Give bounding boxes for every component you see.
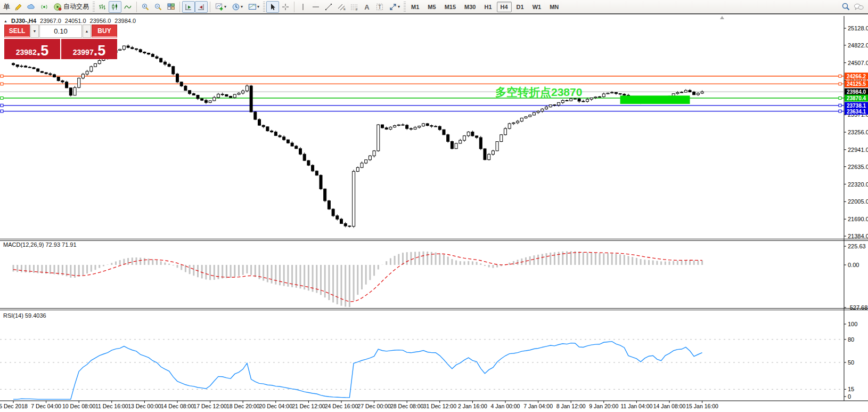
panel-toggle-icon[interactable]: ▲ bbox=[4, 19, 7, 23]
fibonacci-button[interactable]: F bbox=[348, 1, 361, 13]
bar-chart-button[interactable] bbox=[96, 1, 109, 13]
timeframe-d1-button[interactable]: D1 bbox=[513, 2, 528, 12]
periods-button[interactable]: ▾ bbox=[229, 1, 245, 13]
chart-shift-button[interactable] bbox=[195, 1, 208, 13]
chart-shift-marker[interactable] bbox=[720, 16, 724, 19]
pane-separator[interactable] bbox=[0, 239, 868, 239]
candle-body bbox=[344, 223, 347, 225]
trendline-button[interactable] bbox=[322, 1, 335, 13]
line-handle[interactable] bbox=[839, 97, 841, 100]
candle-body bbox=[213, 98, 216, 101]
auto-trading-button[interactable]: 自动交易 bbox=[51, 1, 92, 13]
candle-body bbox=[160, 58, 162, 62]
crayon-draw-button[interactable] bbox=[12, 1, 25, 13]
line-chart-button[interactable] bbox=[121, 1, 134, 13]
line-handle[interactable] bbox=[1, 104, 3, 107]
timeframe-m1-button[interactable]: M1 bbox=[407, 2, 423, 12]
candle-body bbox=[561, 100, 564, 102]
candle-body bbox=[37, 69, 39, 71]
candle-body bbox=[20, 66, 23, 67]
line-handle[interactable] bbox=[839, 83, 841, 85]
candle-body bbox=[533, 112, 535, 115]
arrows-button[interactable]: ▾ bbox=[386, 1, 403, 13]
chat-button[interactable] bbox=[852, 1, 865, 13]
text-button[interactable]: A bbox=[361, 1, 373, 13]
line-handle[interactable] bbox=[1, 75, 3, 77]
buy-price-display[interactable]: 23997.5 bbox=[61, 39, 117, 59]
candle-body bbox=[353, 172, 355, 227]
pane-separator[interactable] bbox=[0, 310, 868, 310]
candle-body bbox=[327, 201, 330, 209]
timeframe-h4-button[interactable]: H4 bbox=[497, 2, 512, 12]
zoom-out-button[interactable] bbox=[152, 1, 165, 13]
add-indicator-icon bbox=[215, 3, 224, 11]
zoom-in-button[interactable] bbox=[139, 1, 152, 13]
support-zone-rectangle[interactable] bbox=[620, 95, 690, 104]
candle-body bbox=[467, 132, 470, 136]
text-label-button[interactable]: T bbox=[373, 1, 386, 13]
toolbar-separator bbox=[136, 2, 137, 12]
line-chart-icon bbox=[124, 3, 132, 11]
timeframe-m15-button[interactable]: M15 bbox=[441, 2, 460, 12]
auto-scroll-button[interactable] bbox=[182, 1, 195, 13]
volume-input[interactable] bbox=[39, 25, 82, 38]
candle-body bbox=[73, 87, 76, 95]
timeframe-w1-button[interactable]: W1 bbox=[529, 2, 545, 12]
search-button[interactable] bbox=[839, 1, 852, 13]
cursor-button[interactable] bbox=[266, 1, 279, 13]
time-axis-label: 27 Dec 00:00 bbox=[357, 403, 391, 409]
close-value: 23984.0 bbox=[114, 18, 136, 24]
candle-body bbox=[410, 128, 412, 129]
time-axis-label: 14 Dec 08:00 bbox=[161, 403, 194, 409]
line-handle[interactable] bbox=[1, 97, 3, 100]
buy-button[interactable]: BUY bbox=[92, 25, 117, 38]
sell-price-display[interactable]: 23982.5 bbox=[4, 39, 60, 59]
candle-body bbox=[168, 64, 170, 67]
timeframe-h1-button[interactable]: H1 bbox=[480, 2, 495, 12]
line-handle[interactable] bbox=[839, 75, 841, 77]
pane-separator[interactable] bbox=[0, 308, 868, 309]
line-handle[interactable] bbox=[1, 110, 3, 112]
crosshair-button[interactable] bbox=[279, 1, 292, 13]
timeframe-mn-button[interactable]: MN bbox=[546, 2, 562, 12]
toolbar-grip bbox=[263, 2, 265, 12]
tile-windows-button[interactable] bbox=[165, 1, 177, 13]
candle-body bbox=[172, 67, 175, 74]
add-indicator-button[interactable]: ▾ bbox=[212, 1, 229, 13]
bar-chart-icon bbox=[98, 3, 107, 11]
cloud-sync-button[interactable] bbox=[25, 1, 38, 13]
chart-canvas[interactable]: 多空转折点2387025128.024822.024507.024191.023… bbox=[0, 0, 868, 412]
equidistant-channel-button[interactable]: E bbox=[335, 1, 348, 13]
candle-body bbox=[463, 136, 466, 140]
arrows-icon bbox=[389, 3, 397, 11]
timeframe-m5-button[interactable]: M5 bbox=[424, 2, 439, 12]
sell-price-frac: .5 bbox=[37, 44, 49, 58]
candlestick-chart-button[interactable] bbox=[109, 1, 121, 13]
signal-button[interactable] bbox=[38, 1, 51, 13]
buy-price-int: 23997 bbox=[73, 48, 94, 56]
volume-decrease-button[interactable]: ▼ bbox=[30, 25, 39, 38]
line-handle[interactable] bbox=[839, 104, 841, 107]
candle-body bbox=[471, 132, 474, 136]
time-axis-label: 21 Dec 12:00 bbox=[292, 403, 325, 409]
search-icon bbox=[841, 2, 850, 11]
horizontal-line-button[interactable] bbox=[309, 1, 322, 13]
new-order-partial-label[interactable]: 单 bbox=[3, 2, 10, 12]
pane-separator[interactable] bbox=[0, 240, 868, 241]
templates-button[interactable]: ▾ bbox=[245, 1, 262, 13]
candle-body bbox=[525, 117, 527, 118]
chart-annotation-text[interactable]: 多空转折点23870 bbox=[495, 86, 582, 99]
volume-increase-button[interactable]: ▲ bbox=[83, 25, 91, 38]
candle-body bbox=[697, 93, 699, 95]
price-axis-label: 22941.0 bbox=[848, 147, 868, 153]
sell-button[interactable]: SELL bbox=[4, 25, 30, 38]
line-handle[interactable] bbox=[839, 110, 841, 112]
candle-body bbox=[373, 151, 375, 156]
candle-body bbox=[94, 63, 97, 67]
line-handle[interactable] bbox=[1, 83, 3, 85]
timeframe-m30-button[interactable]: M30 bbox=[461, 2, 479, 12]
vertical-line-button[interactable] bbox=[297, 1, 309, 13]
candle-body bbox=[139, 50, 142, 52]
macd-pane: 225.630.00-527.68 bbox=[13, 243, 867, 311]
candle-body bbox=[262, 125, 265, 127]
